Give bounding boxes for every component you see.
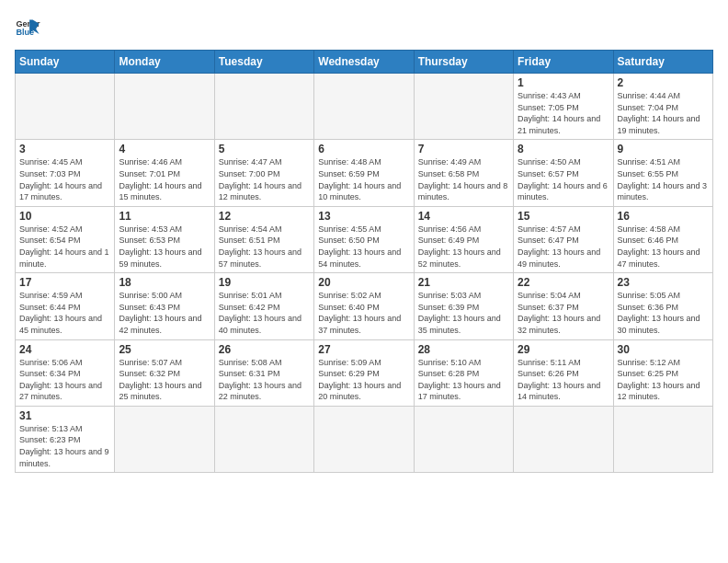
- day-sun-info: Sunrise: 4:45 AM Sunset: 7:03 PM Dayligh…: [19, 156, 110, 202]
- col-header-saturday: Saturday: [613, 51, 712, 74]
- calendar-week-row: 31Sunrise: 5:13 AM Sunset: 6:23 PM Dayli…: [16, 406, 713, 472]
- calendar-day-cell: 31Sunrise: 5:13 AM Sunset: 6:23 PM Dayli…: [16, 406, 115, 472]
- day-sun-info: Sunrise: 5:11 AM Sunset: 6:26 PM Dayligh…: [518, 357, 609, 403]
- calendar-day-cell: 12Sunrise: 4:54 AM Sunset: 6:51 PM Dayli…: [214, 206, 313, 272]
- calendar-day-cell: 5Sunrise: 4:47 AM Sunset: 7:00 PM Daylig…: [214, 140, 313, 206]
- day-sun-info: Sunrise: 5:03 AM Sunset: 6:39 PM Dayligh…: [418, 290, 509, 336]
- day-number: 15: [518, 210, 609, 223]
- day-sun-info: Sunrise: 4:51 AM Sunset: 6:55 PM Dayligh…: [618, 156, 709, 202]
- day-sun-info: Sunrise: 4:56 AM Sunset: 6:49 PM Dayligh…: [418, 224, 509, 270]
- day-number: 11: [119, 210, 210, 223]
- calendar-day-cell: 14Sunrise: 4:56 AM Sunset: 6:49 PM Dayli…: [414, 206, 513, 272]
- page: General Blue SundayMondayTuesdayWednesda…: [0, 0, 728, 563]
- day-sun-info: Sunrise: 4:47 AM Sunset: 7:00 PM Dayligh…: [219, 156, 310, 202]
- calendar-day-cell: 1Sunrise: 4:43 AM Sunset: 7:05 PM Daylig…: [514, 74, 613, 140]
- day-sun-info: Sunrise: 4:44 AM Sunset: 7:04 PM Dayligh…: [618, 90, 709, 136]
- day-number: 20: [318, 276, 409, 289]
- day-sun-info: Sunrise: 5:12 AM Sunset: 6:25 PM Dayligh…: [618, 357, 709, 403]
- day-sun-info: Sunrise: 5:06 AM Sunset: 6:34 PM Dayligh…: [19, 357, 110, 403]
- day-sun-info: Sunrise: 4:55 AM Sunset: 6:50 PM Dayligh…: [318, 224, 409, 270]
- day-sun-info: Sunrise: 5:00 AM Sunset: 6:43 PM Dayligh…: [119, 290, 210, 336]
- calendar-day-cell: [414, 74, 513, 140]
- day-number: 21: [418, 276, 509, 289]
- day-number: 9: [618, 143, 709, 155]
- day-number: 27: [318, 343, 409, 356]
- calendar-day-cell: 11Sunrise: 4:53 AM Sunset: 6:53 PM Dayli…: [115, 206, 214, 272]
- day-sun-info: Sunrise: 4:52 AM Sunset: 6:54 PM Dayligh…: [19, 224, 110, 270]
- calendar-day-cell: 17Sunrise: 4:59 AM Sunset: 6:44 PM Dayli…: [16, 273, 115, 339]
- col-header-sunday: Sunday: [16, 51, 115, 74]
- calendar-day-cell: [214, 406, 313, 472]
- calendar-day-cell: 26Sunrise: 5:08 AM Sunset: 6:31 PM Dayli…: [214, 339, 313, 406]
- calendar-day-cell: [414, 406, 513, 472]
- day-number: 6: [318, 143, 409, 155]
- calendar-day-cell: 19Sunrise: 5:01 AM Sunset: 6:42 PM Dayli…: [214, 273, 313, 339]
- day-sun-info: Sunrise: 4:50 AM Sunset: 6:57 PM Dayligh…: [518, 156, 609, 202]
- calendar-day-cell: 20Sunrise: 5:02 AM Sunset: 6:40 PM Dayli…: [314, 273, 414, 339]
- day-sun-info: Sunrise: 5:07 AM Sunset: 6:32 PM Dayligh…: [119, 357, 210, 403]
- generalblue-logo-icon: General Blue: [15, 15, 40, 40]
- day-sun-info: Sunrise: 4:59 AM Sunset: 6:44 PM Dayligh…: [19, 290, 110, 336]
- calendar-week-row: 17Sunrise: 4:59 AM Sunset: 6:44 PM Dayli…: [16, 273, 713, 339]
- calendar-day-cell: 30Sunrise: 5:12 AM Sunset: 6:25 PM Dayli…: [613, 339, 712, 406]
- calendar-day-cell: [613, 406, 712, 472]
- day-number: 4: [119, 143, 210, 155]
- calendar-day-cell: [314, 74, 414, 140]
- day-number: 24: [19, 343, 110, 356]
- calendar-day-cell: 24Sunrise: 5:06 AM Sunset: 6:34 PM Dayli…: [16, 339, 115, 406]
- day-number: 7: [418, 143, 509, 155]
- calendar-day-cell: 3Sunrise: 4:45 AM Sunset: 7:03 PM Daylig…: [16, 140, 115, 206]
- day-number: 29: [518, 343, 609, 356]
- calendar-day-cell: 21Sunrise: 5:03 AM Sunset: 6:39 PM Dayli…: [414, 273, 513, 339]
- day-number: 19: [219, 276, 310, 289]
- day-sun-info: Sunrise: 4:46 AM Sunset: 7:01 PM Dayligh…: [119, 156, 210, 202]
- day-number: 30: [618, 343, 709, 356]
- calendar-day-cell: 2Sunrise: 4:44 AM Sunset: 7:04 PM Daylig…: [613, 74, 712, 140]
- day-number: 5: [219, 143, 310, 155]
- day-sun-info: Sunrise: 4:58 AM Sunset: 6:46 PM Dayligh…: [618, 224, 709, 270]
- calendar-day-cell: [115, 406, 214, 472]
- day-sun-info: Sunrise: 4:48 AM Sunset: 6:59 PM Dayligh…: [318, 156, 409, 202]
- day-number: 18: [119, 276, 210, 289]
- day-number: 28: [418, 343, 509, 356]
- day-number: 25: [119, 343, 210, 356]
- calendar-day-cell: [115, 74, 214, 140]
- calendar-day-cell: 10Sunrise: 4:52 AM Sunset: 6:54 PM Dayli…: [16, 206, 115, 272]
- day-number: 17: [19, 276, 110, 289]
- day-sun-info: Sunrise: 5:05 AM Sunset: 6:36 PM Dayligh…: [618, 290, 709, 336]
- calendar-week-row: 1Sunrise: 4:43 AM Sunset: 7:05 PM Daylig…: [16, 74, 713, 140]
- calendar-day-cell: [514, 406, 613, 472]
- day-number: 12: [219, 210, 310, 223]
- day-number: 23: [618, 276, 709, 289]
- day-number: 22: [518, 276, 609, 289]
- calendar-day-cell: 16Sunrise: 4:58 AM Sunset: 6:46 PM Dayli…: [613, 206, 712, 272]
- day-sun-info: Sunrise: 5:13 AM Sunset: 6:23 PM Dayligh…: [19, 423, 110, 469]
- calendar-day-cell: 9Sunrise: 4:51 AM Sunset: 6:55 PM Daylig…: [613, 140, 712, 206]
- calendar-day-cell: 8Sunrise: 4:50 AM Sunset: 6:57 PM Daylig…: [514, 140, 613, 206]
- day-number: 3: [19, 143, 110, 155]
- day-number: 16: [618, 210, 709, 223]
- day-number: 13: [318, 210, 409, 223]
- calendar-day-cell: 13Sunrise: 4:55 AM Sunset: 6:50 PM Dayli…: [314, 206, 414, 272]
- day-sun-info: Sunrise: 4:57 AM Sunset: 6:47 PM Dayligh…: [518, 224, 609, 270]
- calendar-day-cell: 23Sunrise: 5:05 AM Sunset: 6:36 PM Dayli…: [613, 273, 712, 339]
- calendar-day-cell: 25Sunrise: 5:07 AM Sunset: 6:32 PM Dayli…: [115, 339, 214, 406]
- calendar-day-cell: 29Sunrise: 5:11 AM Sunset: 6:26 PM Dayli…: [514, 339, 613, 406]
- day-sun-info: Sunrise: 5:10 AM Sunset: 6:28 PM Dayligh…: [418, 357, 509, 403]
- day-number: 14: [418, 210, 509, 223]
- day-sun-info: Sunrise: 5:08 AM Sunset: 6:31 PM Dayligh…: [219, 357, 310, 403]
- day-number: 26: [219, 343, 310, 356]
- col-header-thursday: Thursday: [414, 51, 513, 74]
- calendar-day-cell: 6Sunrise: 4:48 AM Sunset: 6:59 PM Daylig…: [314, 140, 414, 206]
- day-sun-info: Sunrise: 4:49 AM Sunset: 6:58 PM Dayligh…: [418, 156, 509, 202]
- day-number: 31: [19, 409, 110, 422]
- calendar-week-row: 10Sunrise: 4:52 AM Sunset: 6:54 PM Dayli…: [16, 206, 713, 272]
- calendar-day-cell: 15Sunrise: 4:57 AM Sunset: 6:47 PM Dayli…: [514, 206, 613, 272]
- header: General Blue: [15, 15, 713, 40]
- day-sun-info: Sunrise: 5:04 AM Sunset: 6:37 PM Dayligh…: [518, 290, 609, 336]
- calendar-day-cell: 28Sunrise: 5:10 AM Sunset: 6:28 PM Dayli…: [414, 339, 513, 406]
- calendar-day-cell: [314, 406, 414, 472]
- col-header-tuesday: Tuesday: [214, 51, 313, 74]
- calendar-day-cell: [16, 74, 115, 140]
- day-sun-info: Sunrise: 4:53 AM Sunset: 6:53 PM Dayligh…: [119, 224, 210, 270]
